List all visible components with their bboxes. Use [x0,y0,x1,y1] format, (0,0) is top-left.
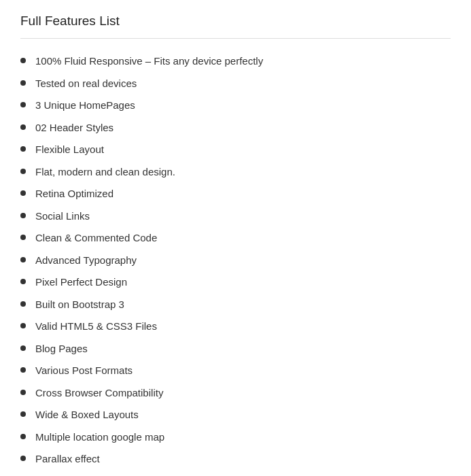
list-item: Advanced Typography [20,253,451,269]
list-item: Tested on real devices [20,76,451,92]
list-item-text: Built on Bootstrap 3 [35,297,124,313]
bullet-icon [20,257,26,262]
list-item-text: 100% Fluid Responsive – Fits any device … [35,54,263,69]
features-list: 100% Fluid Responsive – Fits any device … [20,54,451,476]
list-item-text: Cross Browser Compatibility [35,386,163,401]
list-item-text: Tested on real devices [35,76,137,92]
bullet-icon [20,124,26,130]
list-item-text: Valid HTML5 & CSS3 Files [35,319,157,335]
list-item: Flexible Layout [20,142,451,158]
list-item-text: Pixel Perfect Design [35,275,127,290]
list-item-text: Advanced Typography [35,253,137,269]
list-item: Blog Pages [20,341,451,357]
list-item: Built on Bootstrap 3 [20,297,451,313]
list-item: Flat, modern and clean design. [20,165,451,180]
list-item-text: Awesome Unique Look [35,474,140,477]
list-item: Multiple location google map [20,430,451,445]
list-item-text: Wide & Boxed Layouts [35,407,139,423]
list-item: Awesome Unique Look [20,474,451,477]
bullet-icon [20,102,26,107]
bullet-icon [20,213,26,218]
list-item-text: 3 Unique HomePages [35,98,135,114]
list-item: Social Links [20,209,451,224]
list-item: Valid HTML5 & CSS3 Files [20,319,451,335]
bullet-icon [20,456,26,461]
list-item: Clean & Commented Code [20,231,451,246]
bullet-icon [20,323,26,328]
bullet-icon [20,190,26,196]
list-item-text: Clean & Commented Code [35,231,157,246]
list-item-text: Blog Pages [35,341,88,357]
bullet-icon [20,434,26,439]
bullet-icon [20,390,26,395]
list-item-text: Multiple location google map [35,430,164,445]
list-item: Various Post Formats [20,363,451,379]
page-title: Full Features List [20,14,451,29]
list-item-text: Social Links [35,209,90,224]
bullet-icon [20,367,26,373]
list-item: Pixel Perfect Design [20,275,451,290]
bullet-icon [20,235,26,240]
list-item-text: Parallax effect [35,452,100,467]
bullet-icon [20,146,26,152]
list-item-text: 02 Header Styles [35,120,114,136]
list-item-text: Flexible Layout [35,142,104,158]
list-item: Parallax effect [20,452,451,467]
list-item: 02 Header Styles [20,120,451,136]
bullet-icon [20,411,26,417]
list-item-text: Various Post Formats [35,363,133,379]
bullet-icon [20,58,26,63]
divider [20,38,451,39]
main-container: Full Features List 100% Fluid Responsive… [0,0,471,476]
list-item: 100% Fluid Responsive – Fits any device … [20,54,451,69]
list-item-text: Flat, modern and clean design. [35,165,175,180]
bullet-icon [20,169,26,174]
bullet-icon [20,345,26,351]
bullet-icon [20,80,26,86]
bullet-icon [20,279,26,284]
list-item-text: Retina Optimized [35,186,114,202]
bullet-icon [20,301,26,307]
list-item: Retina Optimized [20,186,451,202]
list-item: Wide & Boxed Layouts [20,407,451,423]
list-item: Cross Browser Compatibility [20,386,451,401]
list-item: 3 Unique HomePages [20,98,451,114]
